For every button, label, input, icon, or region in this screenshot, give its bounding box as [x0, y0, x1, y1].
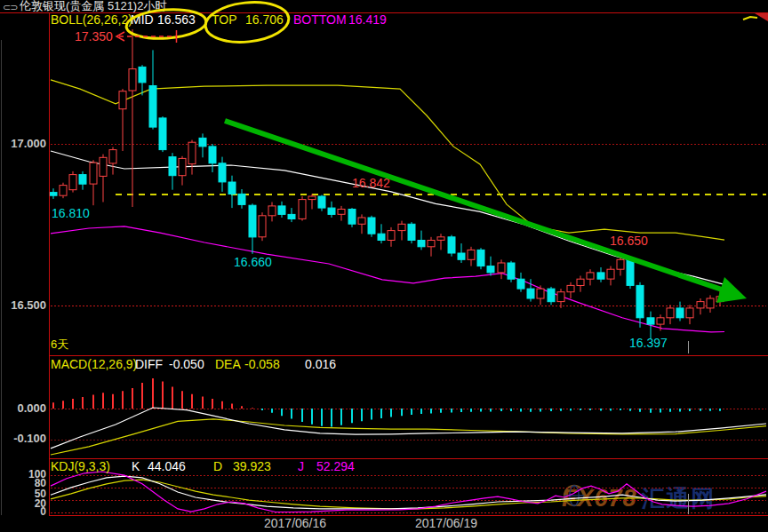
- candle-up: [716, 297, 724, 302]
- candle-up: [557, 292, 564, 302]
- candle-down: [597, 273, 604, 279]
- candle-up: [100, 157, 107, 176]
- macd-dea-label: DEA: [215, 358, 241, 370]
- candle-down: [517, 279, 524, 289]
- candle-down: [527, 289, 534, 298]
- candle-up: [119, 91, 126, 109]
- macd-tick-neg: -0.100: [0, 433, 46, 445]
- kdj-tick-0: 0: [0, 505, 46, 518]
- annotation-high-17350: 17.350: [75, 30, 113, 43]
- candle-down: [50, 193, 57, 196]
- candle-up: [428, 241, 435, 247]
- candle-up: [60, 186, 67, 196]
- kdj-j-label: J: [298, 460, 304, 472]
- candle-down: [199, 138, 206, 147]
- boll-mid-value: 16.563: [157, 13, 196, 26]
- candle-down: [79, 175, 86, 185]
- candle-down: [418, 241, 425, 247]
- price-tick-17000: 17.000: [0, 138, 46, 150]
- candle-up: [697, 302, 704, 308]
- candle-up: [338, 210, 345, 215]
- visible-range-label: 6天: [51, 338, 68, 351]
- macd-dea-line: [51, 419, 766, 455]
- candle-up: [388, 231, 395, 241]
- price-tick-16500: 16.500: [0, 299, 46, 312]
- candle-up: [537, 289, 544, 298]
- kdj-d-label: D: [213, 460, 222, 472]
- boll-mid-label: MID: [131, 13, 154, 26]
- annotation-high-16650: 16.650: [610, 234, 648, 247]
- boll-indicator-label: BOLL(26,26,2): [51, 13, 132, 26]
- candle-down: [487, 266, 494, 273]
- candle-up: [567, 285, 574, 291]
- candle-up: [607, 269, 614, 279]
- candle-up: [398, 224, 405, 230]
- candle-down: [228, 182, 236, 195]
- macd-tick-zero: 0.000: [0, 402, 46, 415]
- candle-down: [676, 308, 684, 318]
- candle-down: [477, 250, 484, 266]
- candle-down: [219, 163, 226, 182]
- candle-down: [159, 118, 166, 150]
- link-icon[interactable]: ⊂⊃: [3, 1, 17, 13]
- candle-down: [278, 206, 285, 215]
- macd-diff-value: -0.050: [169, 358, 204, 370]
- annotation-resistance-16842: 16.842: [352, 177, 390, 189]
- candle-down: [647, 318, 654, 324]
- candle-down: [458, 253, 465, 259]
- candle-up: [587, 273, 594, 279]
- candle-down: [139, 67, 146, 83]
- candle-down: [548, 289, 555, 302]
- window-title: 伦敦银现(贵金属 5121)2小时: [20, 0, 166, 12]
- chart-canvas[interactable]: [0, 0, 768, 532]
- candle-up: [129, 69, 136, 91]
- kdj-k-label: K: [132, 460, 140, 472]
- boll-bottom-label: BOTTOM: [293, 13, 347, 26]
- candle-up: [617, 259, 624, 269]
- kdj-k-line: [51, 476, 766, 509]
- kdj-d-line: [51, 480, 766, 509]
- candle-up: [468, 250, 475, 259]
- macd-lines: [51, 408, 766, 455]
- candle-up: [109, 150, 116, 163]
- candle-down: [318, 196, 325, 208]
- candle-down: [238, 194, 245, 204]
- boll-bottom-value: 16.419: [348, 13, 387, 26]
- candle-down: [348, 210, 356, 225]
- kdj-d-value: 39.923: [233, 460, 271, 472]
- candle-up: [498, 263, 505, 273]
- candle-down: [408, 224, 415, 240]
- candle-down: [627, 259, 634, 285]
- candle-up: [188, 142, 196, 163]
- annotation-low-16810: 16.810: [52, 207, 90, 219]
- candle-down: [249, 205, 256, 237]
- candle-up: [268, 206, 276, 216]
- boll-top-value: 16.706: [245, 13, 284, 26]
- gridlines: [51, 144, 766, 512]
- candle-up: [179, 158, 186, 175]
- candle-down: [508, 263, 515, 279]
- candle-up: [577, 279, 584, 285]
- candle-down: [169, 157, 176, 176]
- candle-down: [288, 214, 295, 218]
- candle-up: [299, 200, 306, 219]
- candle-up: [707, 298, 714, 308]
- candle-up: [667, 308, 674, 318]
- macd-hist-value: 0.016: [305, 358, 336, 370]
- date-label-0619: 2017/06/19: [415, 517, 477, 529]
- candle-down: [378, 234, 385, 240]
- trading-chart-window: FX678 汇通网: [0, 0, 768, 532]
- macd-diff-line: [51, 408, 766, 449]
- candle-up: [259, 216, 266, 237]
- candle-up: [69, 175, 76, 190]
- kdj-j-value: 52.294: [316, 460, 355, 472]
- macd-dea-value: -0.058: [244, 358, 280, 370]
- candle-up: [437, 237, 444, 241]
- boll-top-label: TOP: [212, 13, 237, 26]
- kdj-j-line: [51, 472, 766, 512]
- candle-up: [358, 218, 365, 224]
- candle-down: [149, 86, 156, 128]
- kdj-indicator-label: KDJ(9,3,3): [51, 460, 110, 472]
- macd-diff-label: DIFF: [135, 358, 163, 370]
- candle-down: [636, 285, 644, 317]
